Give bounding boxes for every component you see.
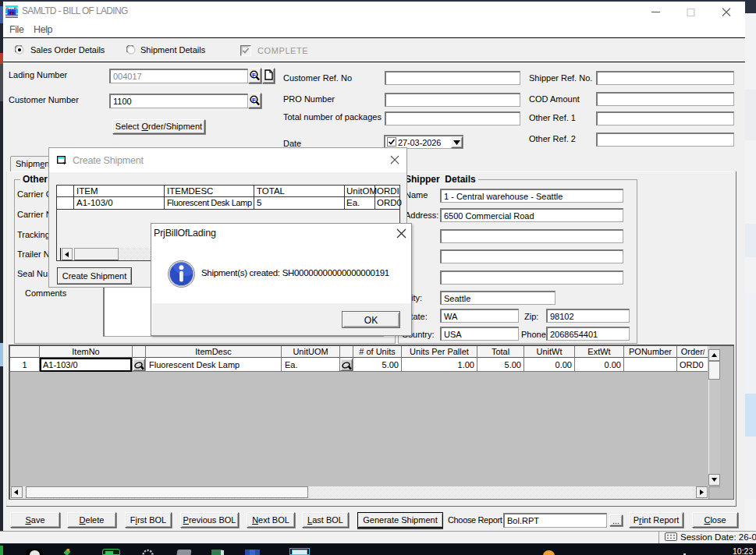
svg-text:F: F	[252, 72, 256, 79]
svg-text:F: F	[252, 97, 256, 104]
